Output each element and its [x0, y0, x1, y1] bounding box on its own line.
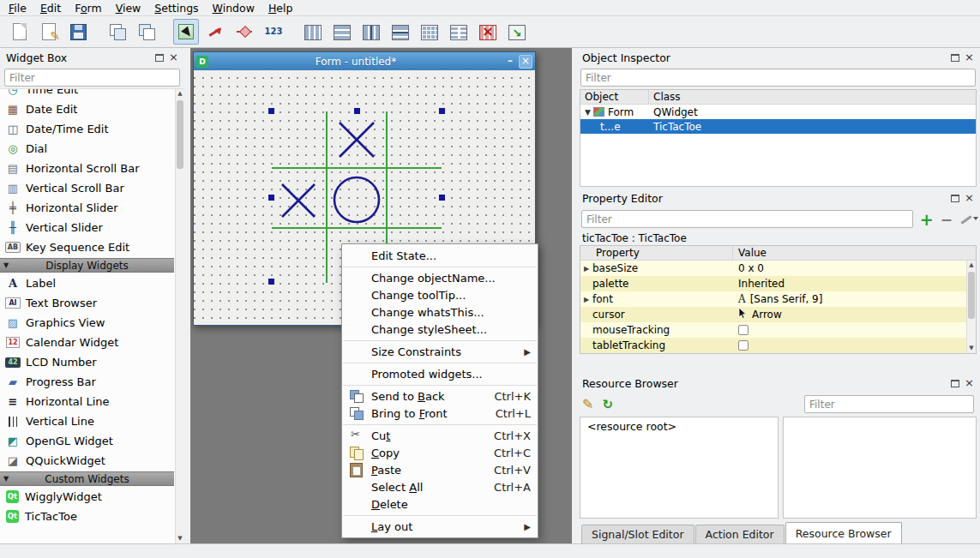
- context-item-change-objectname[interactable]: Change objectName...: [342, 269, 538, 286]
- checkbox[interactable]: [738, 325, 749, 335]
- property-row-basesize[interactable]: ▶baseSize0 x 0: [580, 261, 976, 276]
- duplicate-window-button[interactable]: [105, 19, 130, 45]
- property-row-font[interactable]: ▶fontA[Sans Serif, 9]: [580, 291, 976, 307]
- context-item-change-stylesheet[interactable]: Change styleSheet...: [342, 321, 538, 338]
- resize-handle-top-left[interactable]: [268, 108, 274, 114]
- tab-action-editor[interactable]: Action Editor: [695, 525, 785, 543]
- widget-item-qquickwidget[interactable]: ◪QQuickWidget: [0, 451, 174, 471]
- new-form-button[interactable]: [7, 19, 33, 45]
- scrollbar-thumb[interactable]: [968, 272, 975, 319]
- widget-item-date-edit[interactable]: ▦Date Edit: [0, 99, 174, 119]
- menu-edit[interactable]: Edit: [33, 1, 68, 15]
- resize-handle-middle-right[interactable]: [439, 195, 445, 201]
- menu-window[interactable]: Window: [206, 1, 262, 15]
- widget-box-filter-input[interactable]: [4, 69, 180, 87]
- context-item-send-to-back[interactable]: Send to BackCtrl+K: [342, 387, 538, 405]
- column-value[interactable]: Value: [733, 246, 976, 260]
- widget-item-progress-bar[interactable]: ▰Progress Bar: [0, 372, 174, 392]
- column-class[interactable]: Class: [649, 90, 976, 104]
- widget-item-dial[interactable]: ◎Dial: [0, 139, 174, 159]
- scrollbar-thumb[interactable]: [177, 100, 183, 169]
- layout-form-button[interactable]: [446, 19, 472, 45]
- widget-item-key-sequence-edit[interactable]: ABKey Sequence Edit: [0, 237, 174, 257]
- widget-item-vertical-scroll-bar[interactable]: ▥Vertical Scroll Bar: [0, 178, 174, 198]
- minimize-button[interactable]: [503, 55, 517, 69]
- tab-resource-browser[interactable]: Resource Browser: [785, 522, 902, 543]
- scroll-down-icon[interactable]: ▼: [967, 344, 976, 353]
- adjust-size-button[interactable]: [504, 19, 530, 45]
- property-row-mousetracking[interactable]: mouseTracking: [580, 322, 976, 338]
- checkbox[interactable]: [738, 340, 749, 351]
- resize-handle-middle-left[interactable]: [268, 195, 274, 201]
- widget-section-display-widgets[interactable]: ▼Display Widgets: [0, 258, 174, 273]
- close-dock-icon[interactable]: [965, 53, 974, 62]
- widget-item-horizontal-slider[interactable]: ╪Horizontal Slider: [0, 198, 174, 218]
- resize-handle-bottom-left[interactable]: [268, 279, 274, 285]
- property-filter-input[interactable]: [581, 210, 913, 228]
- resource-tree[interactable]: <resource root>: [580, 417, 779, 519]
- edit-buddies-button[interactable]: [231, 19, 257, 45]
- add-property-icon[interactable]: +: [920, 213, 934, 226]
- configure-property-editor-icon[interactable]: [959, 213, 975, 225]
- widget-item-lcd-number[interactable]: 42LCD Number: [0, 352, 174, 372]
- widget-item-vertical-slider[interactable]: ╫Vertical Slider: [0, 218, 174, 237]
- menu-help[interactable]: Help: [262, 1, 300, 15]
- property-table-scrollbar[interactable]: ▲ ▼: [966, 261, 976, 353]
- column-property[interactable]: Property: [580, 246, 733, 260]
- object-row-form[interactable]: ▼FormQWidget: [580, 105, 976, 119]
- save-form-button[interactable]: [65, 19, 91, 45]
- duplicate-window-alt-button[interactable]: [134, 19, 159, 45]
- context-item-delete[interactable]: Delete: [342, 495, 538, 513]
- resource-root-item[interactable]: <resource root>: [587, 420, 676, 433]
- menu-form[interactable]: Form: [68, 1, 109, 15]
- object-inspector-filter-input[interactable]: [580, 69, 976, 87]
- widget-item-horizontal-line[interactable]: ≡Horizontal Line: [0, 392, 174, 411]
- column-object[interactable]: Object: [580, 90, 649, 104]
- break-layout-button[interactable]: [475, 19, 501, 45]
- resize-handle-top-right[interactable]: [439, 108, 445, 114]
- widget-item-graphics-view[interactable]: ▨Graphics View: [0, 313, 174, 333]
- layout-horizontal-button[interactable]: [300, 19, 326, 45]
- float-dock-icon[interactable]: [951, 380, 959, 387]
- float-dock-icon[interactable]: [951, 54, 959, 62]
- widget-item-label[interactable]: ALabel: [0, 273, 174, 293]
- widget-item-text-browser[interactable]: AIText Browser: [0, 293, 174, 313]
- context-item-copy[interactable]: CopyCtrl+C: [342, 444, 538, 461]
- layout-grid-button[interactable]: [417, 19, 442, 45]
- resource-filter-input[interactable]: [804, 395, 974, 413]
- close-dock-icon[interactable]: [965, 194, 974, 202]
- edit-signals-slots-button[interactable]: [202, 19, 228, 45]
- context-item-change-tooltip[interactable]: Change toolTip...: [342, 286, 538, 303]
- resize-handle-top-center[interactable]: [354, 108, 360, 114]
- property-row-cursor[interactable]: cursorArrow: [580, 307, 976, 322]
- widget-item-wigglywidget[interactable]: QtWigglyWidget: [0, 487, 174, 507]
- open-form-button[interactable]: [36, 19, 62, 45]
- widget-item-opengl-widget[interactable]: ◩OpenGL Widget: [0, 431, 174, 451]
- menu-file[interactable]: File: [2, 1, 33, 15]
- edit-widgets-button[interactable]: [173, 19, 199, 45]
- context-item-select-all[interactable]: Select AllCtrl+A: [342, 478, 538, 495]
- close-dock-icon[interactable]: [965, 379, 974, 387]
- menu-settings[interactable]: Settings: [147, 1, 205, 15]
- layout-splitter-vertical-button[interactable]: [388, 19, 413, 45]
- remove-property-icon[interactable]: −: [941, 213, 953, 226]
- float-dock-icon[interactable]: [155, 54, 164, 62]
- close-button[interactable]: [519, 55, 532, 69]
- object-row-t-e[interactable]: t...eTicTacToe: [580, 119, 976, 134]
- context-item-edit-state[interactable]: Edit State...: [342, 247, 538, 264]
- context-item-paste[interactable]: PasteCtrl+V: [342, 461, 538, 478]
- scroll-up-icon[interactable]: ▲: [176, 89, 184, 99]
- widget-item-date-time-edit[interactable]: ◫Date/Time Edit: [0, 119, 174, 139]
- property-row-palette[interactable]: paletteInherited: [580, 276, 976, 291]
- context-item-change-whatsthis[interactable]: Change whatsThis...: [342, 303, 538, 321]
- layout-splitter-horizontal-button[interactable]: [358, 19, 384, 45]
- scroll-up-icon[interactable]: ▲: [967, 261, 976, 270]
- context-item-size-constraints[interactable]: Size Constraints▶: [342, 343, 538, 360]
- context-item-cut[interactable]: CutCtrl+X: [342, 427, 538, 444]
- edit-resources-icon[interactable]: ✎: [582, 398, 593, 411]
- tab-signal-slot-editor[interactable]: Signal/Slot Editor: [581, 525, 694, 543]
- edit-tab-order-button[interactable]: [261, 19, 286, 45]
- widget-item-calendar-widget[interactable]: 12Calendar Widget: [0, 333, 174, 352]
- context-item-promoted-widgets[interactable]: Promoted widgets...: [342, 365, 538, 382]
- widget-list-scrollbar[interactable]: ▲ ▼: [175, 89, 184, 543]
